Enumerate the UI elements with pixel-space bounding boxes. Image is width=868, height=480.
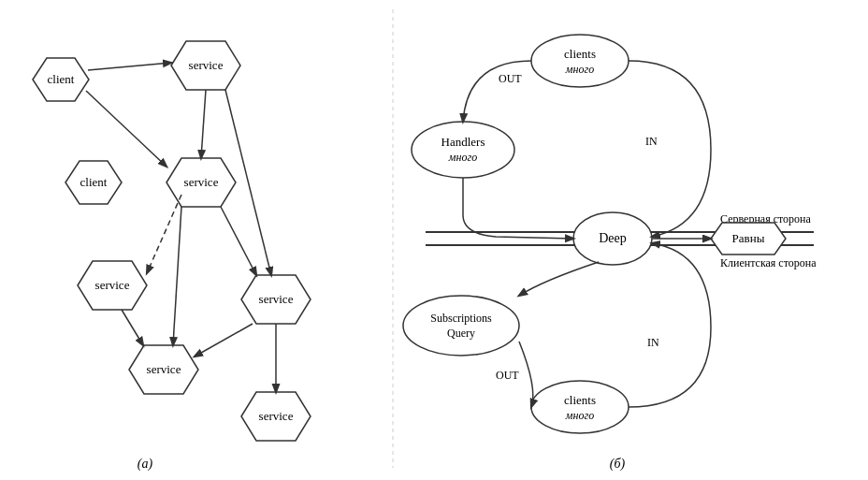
node-clients-bot: [531, 381, 629, 433]
label-service1: service: [189, 58, 224, 72]
arrow-c1-s1: [88, 63, 171, 70]
arrow-s2-s4: [221, 207, 256, 275]
arrow-s1-s2: [201, 90, 206, 158]
arrow-s2-s3-dashed: [147, 195, 181, 273]
label-in-bot: IN: [647, 336, 659, 349]
caption-a: (а): [137, 457, 153, 472]
node-clients-top: [531, 35, 629, 87]
label-service6: service: [259, 409, 294, 423]
label-in-top: IN: [645, 135, 658, 148]
label-handlers-line2: много: [448, 151, 477, 164]
arrow-s2-s5: [173, 207, 181, 345]
label-service4: service: [259, 292, 294, 306]
label-ravny: Равны: [732, 231, 765, 245]
arrow-clients-top-deep: [629, 61, 711, 237]
label-clients-top-line1: clients: [564, 47, 596, 61]
label-client2: client: [80, 175, 108, 189]
label-out-top: OUT: [499, 72, 522, 85]
label-clients-bot-line1: clients: [564, 393, 596, 407]
arrow-handlers-deep: [463, 178, 573, 239]
arrow-deep-subscriptions: [519, 262, 599, 296]
caption-b: (б): [610, 457, 626, 472]
label-clients-bot-line2: много: [565, 409, 594, 422]
node-handlers: [412, 122, 514, 178]
label-service3: service: [95, 278, 130, 292]
label-client-side: Клиентская сторона: [720, 256, 817, 269]
label-deep: Deep: [599, 231, 627, 245]
arrow-subscriptions-clients-bot: [519, 342, 533, 407]
label-clients-top-line2: много: [565, 63, 594, 76]
arrow-c1-s2: [86, 91, 166, 167]
arrow-s3-s5: [122, 310, 143, 345]
label-subscriptions-line1: Subscriptions: [430, 312, 492, 325]
diagram-svg: client client service service service se…: [0, 0, 868, 480]
label-client1: client: [48, 72, 75, 86]
diagram-container: client client service service service se…: [0, 0, 868, 480]
arrow-clients-bot-deep: [629, 243, 711, 407]
label-out-bot: OUT: [496, 369, 519, 382]
label-subscriptions-line2: Query: [447, 327, 475, 340]
label-service2: service: [184, 175, 219, 189]
label-handlers-line1: Handlers: [441, 135, 485, 149]
arrow-clients-top-handlers: [463, 61, 531, 122]
label-service5: service: [147, 362, 181, 376]
node-subscriptions: [403, 296, 519, 356]
arrow-s4-s5: [195, 324, 253, 356]
